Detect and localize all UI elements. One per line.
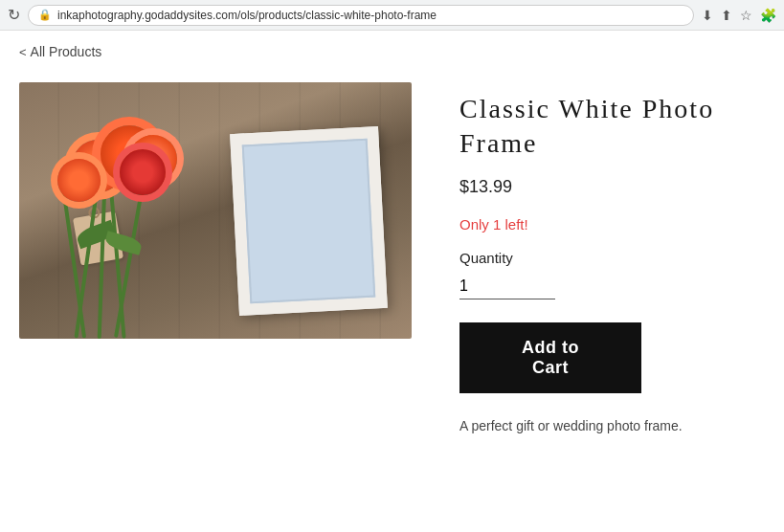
lock-icon: 🔒 [38,9,52,21]
share-icon[interactable]: ⬆ [721,8,732,23]
extensions-icon[interactable]: 🧩 [760,8,776,23]
address-bar[interactable]: 🔒 inkaphotography.godaddysites.com/ols/p… [28,5,694,26]
reload-button[interactable]: ↻ [8,6,20,24]
flower-head-4 [57,159,101,202]
product-title: Classic White Photo Frame [459,92,765,162]
stock-warning: Only 1 left! [459,216,765,233]
browser-chrome: ↻ 🔒 inkaphotography.godaddysites.com/ols… [0,0,784,31]
back-chevron-icon: < [19,45,27,59]
product-price: $13.99 [459,177,765,197]
quantity-input[interactable] [459,274,555,299]
product-image [19,82,412,339]
all-products-link[interactable]: All Products [31,44,102,59]
quantity-label: Quantity [459,250,765,266]
url-text: inkaphotography.godaddysites.com/ols/pro… [57,9,683,22]
product-description: A perfect gift or wedding photo frame. [459,416,765,436]
browser-action-icons: ⬇ ⬆ ☆ 🧩 [702,8,776,23]
back-navigation[interactable]: < All Products [0,31,784,73]
add-to-cart-button[interactable]: Add to Cart [459,322,641,393]
download-icon[interactable]: ⬇ [702,8,713,23]
frame-inner [242,139,376,304]
product-container: Classic White Photo Frame $13.99 Only 1 … [0,73,784,455]
page-content: < All Products [0,31,784,455]
flower-head-5 [120,149,166,195]
product-photo-scene [19,82,412,339]
star-icon[interactable]: ☆ [740,8,752,23]
photo-frame-prop [230,126,388,316]
product-info: Classic White Photo Frame $13.99 Only 1 … [459,82,765,436]
